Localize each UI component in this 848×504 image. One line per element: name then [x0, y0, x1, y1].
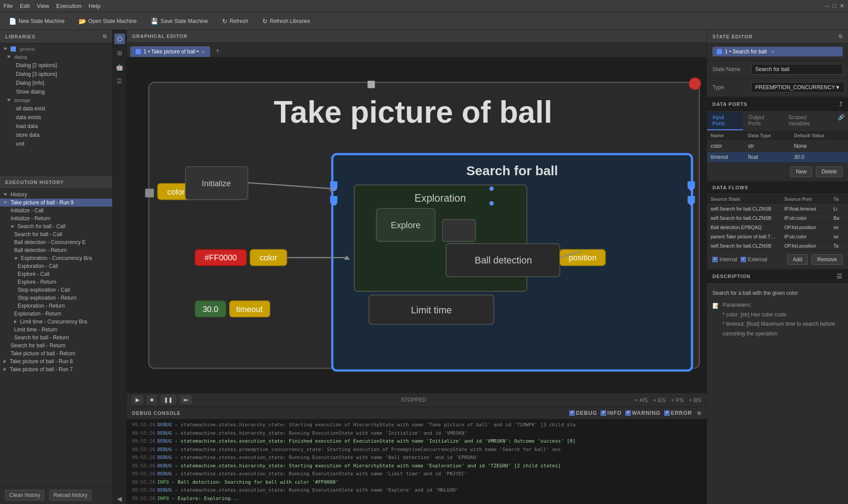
remove-flow-button[interactable]: Remove	[811, 254, 843, 265]
flow-row[interactable]: parent.Take picture of ball.TLMWFK IP.st…	[707, 232, 848, 241]
hist-search-call[interactable]: Search for ball - Call	[0, 222, 112, 230]
port-row[interactable]: color str None	[707, 141, 848, 152]
ports-link-icon[interactable]: 🔗	[834, 112, 848, 130]
menu-help[interactable]: Help	[88, 3, 100, 9]
hist-exploration-return-inner[interactable]: Exploration - Return	[0, 302, 112, 310]
hist-exploration-call[interactable]: Exploration - Call	[0, 262, 112, 270]
maximize-btn[interactable]: □	[833, 3, 836, 9]
new-port-button[interactable]: New	[790, 166, 812, 177]
lib-item-show-dialog[interactable]: Show dialog	[0, 87, 112, 96]
debug-bs-btn[interactable]: + BS	[689, 397, 701, 403]
lib-subsection-dialog[interactable]: dialog	[0, 53, 112, 61]
nav-graph-icon[interactable]: ⊞	[114, 48, 125, 58]
tab-close-icon[interactable]: ✕	[201, 49, 205, 54]
flow-row[interactable]: self.Search for ball.CLZNSB IP.float.tim…	[707, 204, 848, 214]
stop-button[interactable]: ■	[147, 395, 157, 405]
add-tab-button[interactable]: +	[211, 45, 224, 57]
hist-limit-time-concurrency[interactable]: Limit time - Concurrency Bra	[0, 318, 112, 326]
open-sm-button[interactable]: 📂 Open State Machine	[75, 16, 140, 26]
lib-item-dialog-2[interactable]: Dialog [2 options]	[0, 61, 112, 70]
hist-run8[interactable]: Take picture of ball - Run 8	[0, 357, 112, 365]
menu-edit[interactable]: Edit	[20, 3, 30, 9]
hist-explore-return[interactable]: Explore - Return	[0, 278, 112, 286]
debug-filter-warning[interactable]: WARNING	[625, 410, 661, 416]
hist-search-ball-return-inner[interactable]: Search for ball - Return	[0, 334, 112, 342]
external-check[interactable]: External	[741, 256, 767, 263]
debug-hs-btn[interactable]: + HS	[635, 397, 647, 403]
nav-settings-icon[interactable]: ☰	[114, 76, 125, 87]
hist-take-picture-return[interactable]: Take picture of ball - Return	[0, 350, 112, 357]
debug-filter-error[interactable]: ERROR	[664, 410, 692, 416]
lib-item-dialog-3[interactable]: Dialog [3 options]	[0, 70, 112, 79]
lib-subsection-storage[interactable]: storage	[0, 96, 112, 104]
refresh-button[interactable]: ↻ Refresh	[219, 16, 252, 26]
pause-button[interactable]: ❚❚	[160, 395, 176, 405]
hist-section-history[interactable]: History	[0, 191, 112, 199]
lib-item-all-data-exist[interactable]: all data exist	[0, 104, 112, 113]
nav-sm-icon[interactable]: ⬡	[114, 34, 125, 44]
flow-row[interactable]: Ball detection.EPBQAQ OP.list.position s…	[707, 223, 848, 232]
menu-view[interactable]: View	[37, 3, 49, 9]
delete-port-button[interactable]: Delete	[816, 166, 843, 177]
step-button[interactable]: ⏭	[180, 395, 192, 405]
libraries-copy-icon[interactable]: ⧉	[103, 34, 107, 39]
description-expand-icon[interactable]: 📝	[712, 301, 719, 311]
hist-search-for-ball-call[interactable]: Search for ball - Call	[0, 230, 112, 238]
play-button[interactable]: ▶	[132, 395, 143, 405]
flow-row[interactable]: self.Search for ball.CLZNSB OP.list.posi…	[707, 241, 848, 251]
clean-history-button[interactable]: Clean history	[5, 490, 44, 500]
canvas-area[interactable]: Take picture of ball color success	[127, 57, 707, 393]
add-flow-button[interactable]: Add	[787, 254, 808, 265]
tab-scoped-variables[interactable]: Scoped Variables	[783, 112, 834, 130]
type-select[interactable]: PREEMPTION_CONCURRENCY ▼	[751, 82, 844, 93]
hist-initialize-call[interactable]: Initialize - Call	[0, 207, 112, 214]
hist-stop-exploration-call[interactable]: Stop exploration - Call	[0, 286, 112, 294]
nav-robot-icon[interactable]: 🤖	[114, 62, 125, 72]
lib-item-data-exists[interactable]: data exists	[0, 113, 112, 122]
hist-ball-detection-concurrency[interactable]: Ball detection - Concurrency E	[0, 238, 112, 246]
internal-check[interactable]: Internal	[712, 256, 737, 263]
hist-initialize-return[interactable]: Initialize - Return	[0, 214, 112, 222]
port-row[interactable]: timeout float 30.0	[707, 152, 848, 163]
refresh-libs-button[interactable]: ↻ Refresh Libraries	[259, 16, 314, 26]
debug-es-btn[interactable]: + ES	[653, 397, 666, 403]
hist-ball-detection-return[interactable]: Ball detection - Return	[0, 246, 112, 254]
description-params-text: Parameters: * color: [str] Hex color cod…	[723, 301, 843, 339]
debug-filter-debug[interactable]: DEBUG	[569, 410, 597, 416]
lib-item-dialog-info[interactable]: Dialog [Info]	[0, 79, 112, 87]
hist-run7[interactable]: Take picture of ball - Run 7	[0, 365, 112, 373]
hist-explore-call[interactable]: Explore - Call	[0, 270, 112, 278]
hist-exploration-return[interactable]: Exploration - Return	[0, 310, 112, 318]
lib-item-unit[interactable]: unit	[0, 139, 112, 148]
hist-search-ball-return[interactable]: Search for ball - Return	[0, 342, 112, 350]
menu-execution[interactable]: Execution	[56, 3, 81, 9]
reload-history-button[interactable]: Reload history	[49, 490, 91, 500]
data-ports-share-icon[interactable]: ⤴	[839, 101, 843, 108]
flow-row[interactable]: self.Search for ball.CLZNSB IP.str.color…	[707, 214, 848, 223]
close-btn[interactable]: ✕	[840, 3, 844, 9]
nav-collapse-icon[interactable]: ◀	[114, 493, 125, 504]
main-tab[interactable]: 1 • Take picture of ball • ✕	[130, 46, 210, 57]
state-name-field[interactable]: Search for ball	[751, 64, 843, 75]
hist-stop-exploration-return[interactable]: Stop exploration - Return	[0, 294, 112, 302]
lib-item-load-data[interactable]: load data	[0, 122, 112, 131]
state-tab-close-icon[interactable]: ✕	[771, 49, 775, 54]
tab-input-ports[interactable]: Input Ports	[707, 112, 743, 130]
description-edit-icon[interactable]: ☰	[837, 273, 843, 280]
new-sm-button[interactable]: 📄 New State Machine	[5, 16, 68, 26]
minimize-btn[interactable]: ─	[825, 3, 829, 9]
debug-filter-info[interactable]: INFO	[601, 410, 622, 416]
hist-limit-time-return[interactable]: Limit time - Return	[0, 326, 112, 334]
lib-item-store-data[interactable]: store data	[0, 131, 112, 139]
state-editor-tab[interactable]: 1 • Search for ball ✕	[712, 47, 843, 56]
debug-content[interactable]: 09:55:26DEBUG - statemachine.states.hier…	[127, 419, 707, 504]
menu-file[interactable]: File	[4, 3, 13, 9]
save-sm-button[interactable]: 💾 Save State Machine	[147, 16, 211, 26]
debug-copy-icon[interactable]: ⧉	[697, 410, 701, 416]
tab-output-ports[interactable]: Output Ports	[743, 112, 783, 130]
hist-exploration-concurrency[interactable]: Exploration - Concurrency Bra	[0, 254, 112, 262]
lib-section-generic[interactable]: generic	[0, 45, 112, 53]
hist-run9[interactable]: Take picture of ball - Run 9	[0, 199, 112, 207]
state-editor-copy-icon[interactable]: ⧉	[839, 34, 843, 39]
debug-ps-btn[interactable]: + PS	[671, 397, 684, 403]
